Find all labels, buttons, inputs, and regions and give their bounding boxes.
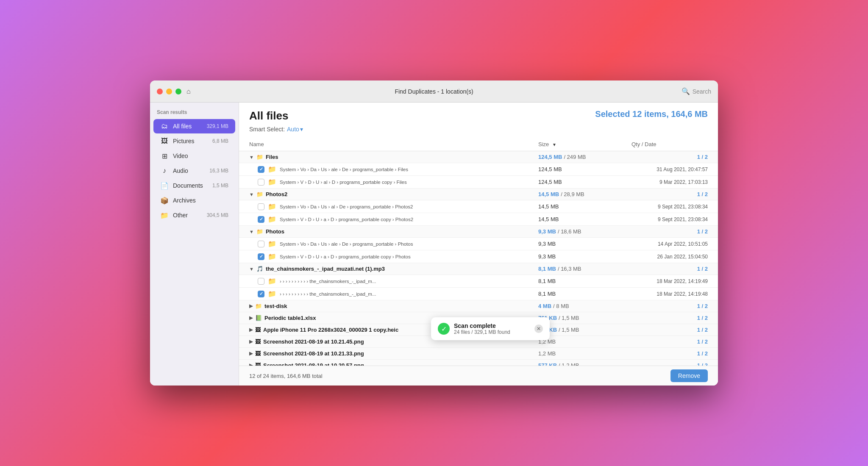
smart-select-value[interactable]: Auto ▾ [287,126,303,133]
file-date: 18 Mar 2022, 14:19:48 [632,291,708,297]
group-row-mp3-group[interactable]: ▼ 🎵 the_chainsmokers_-_ipad_muzati.net (… [239,263,718,275]
expand-icon[interactable]: ▼ [249,266,254,272]
chevron-down-icon: ▾ [300,126,303,133]
file-date: 18 Mar 2022, 14:19:49 [632,278,708,284]
group-row-files-group[interactable]: ▼ 📁 Files 124,5 MB / 249 MB 1 / 2 [239,151,718,163]
file-row[interactable]: 📁 System › V › D › U › a › D › programs_… [239,250,718,263]
documents-size: 1,5 MB [212,183,228,189]
file-size: 9,3 MB [538,253,632,260]
group-row-photos-group[interactable]: ▼ 📁 Photos 9,3 MB / 18,6 MB 1 / 2 [239,226,718,238]
sidebar-item-other[interactable]: 📁 Other 304,5 MB [153,208,235,222]
file-size: 9,3 MB [538,241,632,247]
group-label: Screenshot 2021-08-19 at 10.21.33.png [263,350,364,357]
group-row-photos2-group[interactable]: ▼ 📁 Photos2 14,5 MB / 28,9 MB 1 / 2 [239,189,718,200]
file-size: 14,5 MB [538,216,632,222]
file-row[interactable]: 📁 › › › › › › › › › › the_chainsmokers_-… [239,275,718,288]
file-row[interactable]: 📁 System › Vo › Da › Us › ale › De › pro… [239,163,718,176]
close-button[interactable] [157,89,163,94]
file-row-name: 📁 System › V › D › U › a › D › programs_… [258,252,538,261]
file-path: System › V › D › U › a › D › programs_po… [280,254,411,259]
size-total: / 8 MB [553,303,569,309]
file-date: 9 Sept 2021, 23:08:34 [632,204,708,210]
search-placeholder: Search [693,88,711,95]
file-row[interactable]: 📁 System › V › D › U › a › D › programs_… [239,213,718,226]
collapse-icon[interactable]: ▶ [249,327,253,333]
group-row-png2-group[interactable]: ▶ 🖼 Screenshot 2021-08-19 at 10.21.33.pn… [239,348,718,360]
group-qty: 1 / 2 [632,191,708,197]
file-row[interactable]: 📁 System › V › D › U › al › D › programs… [239,176,718,189]
pictures-icon: 🖼 [160,137,169,145]
sidebar-item-all-files[interactable]: 🗂 All files 329,1 MB [153,119,235,133]
collapse-icon[interactable]: ▶ [249,363,253,366]
collapse-icon[interactable]: ▶ [249,351,253,356]
traffic-lights [157,89,181,94]
folder-icon: 📁 [256,191,263,197]
sidebar-item-documents[interactable]: 📄 Documents 1,5 MB [153,178,235,193]
sidebar-item-video[interactable]: ⊞ Video [153,149,235,163]
file-checkbox[interactable] [258,166,264,173]
remove-button[interactable]: Remove [670,369,708,382]
file-checkbox[interactable] [258,216,264,223]
group-size: 9,3 MB / 18,6 MB [538,228,632,235]
group-row-testdisk-group[interactable]: ▶ 📁 test-disk 4 MB / 8 MB 1 / 2 [239,300,718,312]
folder-icon: 📁 [268,277,276,285]
toast-success-icon: ✓ [438,323,450,335]
group-size: 14,5 MB / 28,9 MB [538,191,632,197]
content-area: All files Smart Select: Auto ▾ Selected … [239,103,718,386]
file-size: 14,5 MB [538,203,632,210]
group-size: 4 MB / 8 MB [538,303,632,309]
folder-icon: 🖼 [255,362,261,366]
sidebar-item-audio[interactable]: ♪ Audio 16,3 MB [153,164,235,178]
minimize-button[interactable] [166,89,172,94]
group-name: ▶ 🖼 Screenshot 2021-08-19 at 10.20.57.pn… [249,362,538,366]
group-qty: 1 / 2 [632,266,708,272]
file-checkbox[interactable] [258,278,264,285]
group-qty: 1 / 2 [632,315,708,321]
col-name[interactable]: Name [249,141,538,147]
video-icon: ⊞ [160,152,169,160]
collapse-icon[interactable]: ▶ [249,315,253,321]
group-name: ▶ 🖼 Screenshot 2021-08-19 at 10.21.33.pn… [249,350,538,357]
collapse-icon[interactable]: ▶ [249,303,253,309]
group-name: ▼ 🎵 the_chainsmokers_-_ipad_muzati.net (… [249,266,538,272]
group-size: 8,1 MB / 16,3 MB [538,266,632,272]
file-checkbox[interactable] [258,179,264,186]
window-title: Find Duplicates - 1 location(s) [395,88,473,95]
group-label: Files [266,154,278,160]
group-qty: 1 / 2 [632,327,708,333]
sidebar-item-archives[interactable]: 📦 Archives [153,193,235,208]
table-header: Name Size ▼ Qty / Date [239,138,718,151]
collapse-icon[interactable]: ▶ [249,339,253,344]
file-row[interactable]: 📁 System › Vo › Da › Us › al › De › prog… [239,200,718,213]
file-checkbox[interactable] [258,253,264,260]
file-checkbox[interactable] [258,291,264,297]
toast-close-button[interactable]: ✕ [534,325,543,333]
file-checkbox[interactable] [258,241,264,247]
file-checkbox[interactable] [258,203,264,210]
file-date: 9 Sept 2021, 23:08:34 [632,216,708,222]
size-highlight: 14,5 MB [538,191,559,197]
folder-icon: 📗 [255,315,262,321]
search-box[interactable]: 🔍 Search [682,87,711,95]
size-highlight: 124,5 MB [538,154,562,160]
expand-icon[interactable]: ▼ [249,192,254,197]
size-highlight: 577 KB [538,362,557,366]
group-row-png3-group[interactable]: ▶ 🖼 Screenshot 2021-08-19 at 10.20.57.pn… [239,360,718,366]
documents-icon: 📄 [160,181,169,190]
group-size: 1,2 MB [538,350,632,357]
size-highlight: 9,3 MB [538,228,556,235]
file-row[interactable]: 📁 › › › › › › › › › › the_chainsmokers_-… [239,288,718,300]
folder-icon: 🖼 [255,338,261,345]
file-row[interactable]: 📁 System › Vo › Da › Us › ale › De › pro… [239,238,718,250]
expand-icon[interactable]: ▼ [249,155,254,160]
folder-icon: 📁 [268,240,276,248]
home-icon[interactable]: ⌂ [186,88,191,95]
group-name: ▼ 📁 Photos [249,228,538,235]
col-size[interactable]: Size ▼ [538,141,632,147]
file-size: 8,1 MB [538,291,632,297]
audio-icon: ♪ [160,166,169,175]
expand-icon[interactable]: ▼ [249,229,254,234]
folder-icon: 🎵 [256,266,263,272]
sidebar-item-pictures[interactable]: 🖼 Pictures 6,8 MB [153,134,235,148]
maximize-button[interactable] [175,89,181,94]
